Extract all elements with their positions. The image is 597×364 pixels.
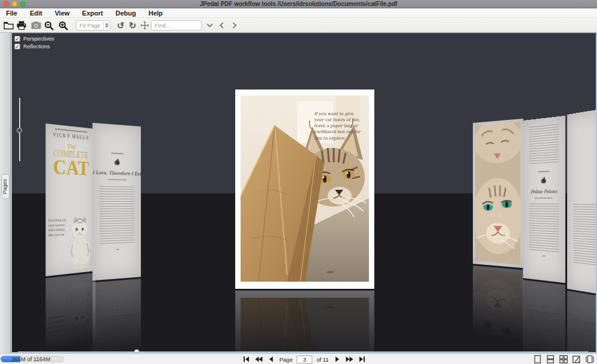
page-number-input[interactable] <box>297 356 312 363</box>
cat-statue-icon <box>540 176 546 184</box>
zoom-out-button[interactable] <box>43 20 55 31</box>
pages-sidebar-tab[interactable]: Pages <box>1 174 10 199</box>
perspectives-checkbox[interactable]: ✓ <box>14 36 20 42</box>
pdf-viewport[interactable]: ✓ Perspectives ✓ Reflections VICKY HALLS… <box>11 33 597 353</box>
zoom-in-button[interactable] <box>57 20 69 31</box>
sidebar-strip: Pages <box>0 33 11 353</box>
continuous-facing-mode-button[interactable] <box>559 355 568 363</box>
vertical-slider-knob[interactable] <box>17 128 22 133</box>
menu-bar: File Edit View Export Debug Help <box>0 8 597 18</box>
view-mode-buttons <box>533 355 594 363</box>
cover-author: VICKY HALLS <box>45 131 96 141</box>
print-button[interactable] <box>16 20 27 31</box>
pan-tool-button[interactable] <box>139 20 150 31</box>
facing-mode-button[interactable] <box>573 355 581 363</box>
menu-debug[interactable]: Debug <box>115 10 136 17</box>
next-page-icon <box>335 356 340 362</box>
chapter-title: Feline Felons <box>523 189 565 195</box>
single-page-mode-button[interactable] <box>533 355 541 363</box>
rotate-clockwise-icon: ↻ <box>129 21 137 30</box>
chevron-left-icon <box>220 22 224 29</box>
snapshot-button[interactable] <box>30 20 42 31</box>
text-page-partial <box>567 109 597 295</box>
rotate-anticlockwise-icon: ↺ <box>117 21 125 30</box>
pageflow-page-6[interactable] <box>567 109 597 295</box>
rotate-left-button[interactable]: ↺ <box>115 20 127 31</box>
menu-edit[interactable]: Edit <box>30 10 42 17</box>
next-page-button[interactable] <box>333 355 341 363</box>
page-label: Page <box>279 356 293 363</box>
next-result-button[interactable] <box>228 20 240 31</box>
printer-icon <box>17 21 26 30</box>
cat-in-paper-bag-photo: If you want to give your cat hours of fu… <box>241 95 369 282</box>
menu-export[interactable]: Export <box>82 10 103 17</box>
previous-result-button[interactable] <box>216 20 227 31</box>
vertical-slider[interactable] <box>19 98 20 161</box>
continuous-facing-icon <box>559 355 568 363</box>
previous-page-icon <box>269 356 273 362</box>
scale-stepper[interactable] <box>103 21 110 30</box>
chevron-right-icon <box>232 22 236 29</box>
chapter-page-right: Feline Felons <box>523 116 565 283</box>
previous-page-button[interactable] <box>267 355 275 363</box>
last-page-icon <box>359 356 365 362</box>
scale-select-value: Fit Page <box>76 22 103 29</box>
back-ten-pages-button[interactable] <box>254 355 263 363</box>
body-text-lines <box>100 186 134 246</box>
memory-usage-text: 365M of 1164M <box>11 356 50 362</box>
horizontal-slider-track[interactable] <box>18 351 589 353</box>
reflections-label: Reflections <box>23 44 50 50</box>
first-page-button[interactable] <box>242 355 250 363</box>
stepper-down-icon <box>105 26 109 28</box>
pageflow-page-5[interactable]: Feline Felons <box>523 116 565 283</box>
pageflow-options: ✓ Perspectives ✓ Reflections <box>14 36 54 50</box>
photo-caption: If you want to give your cat hours of fu… <box>314 111 363 141</box>
page-navigation: Page of 11 <box>242 354 367 364</box>
snapshot-camera-icon <box>31 21 41 29</box>
cat-statue-icon <box>114 158 121 166</box>
body-text-lines <box>529 124 559 166</box>
pageflow-page-4[interactable]: The eyes <box>473 119 524 268</box>
last-page-button[interactable] <box>358 355 367 363</box>
main-area: Pages ✓ Perspectives ✓ Reflections <box>0 33 597 353</box>
menu-view[interactable]: View <box>55 10 70 17</box>
window-title-bar: JPedal PDF workflow tools /Users/idrsolu… <box>0 0 597 8</box>
perspectives-label: Perspectives <box>23 36 54 42</box>
horizontal-slider-knob[interactable] <box>134 349 140 353</box>
menu-file[interactable]: File <box>6 10 17 17</box>
horizontal-slider[interactable] <box>18 349 589 353</box>
stepper-up-icon <box>105 23 109 25</box>
perspectives-option: ✓ Perspectives <box>14 36 54 42</box>
pageflow-page-1[interactable]: VICKY HALLS The COMPLETE CAT Everything … <box>45 124 96 276</box>
open-file-button[interactable] <box>2 20 14 31</box>
back-ten-icon <box>255 356 263 362</box>
chevron-down-icon <box>207 23 213 27</box>
kitten-photo-illustration <box>65 212 94 270</box>
first-page-icon <box>243 356 250 362</box>
page-count-label: of 11 <box>316 356 328 363</box>
page-number-mark <box>116 249 119 250</box>
chapter-heading-line <box>111 153 124 155</box>
book-cover: VICKY HALLS The COMPLETE CAT Everything … <box>45 124 96 276</box>
open-folder-icon <box>4 21 14 30</box>
pageflow-icon <box>586 355 594 363</box>
window-title: JPedal PDF workflow tools /Users/idrsolu… <box>0 1 597 7</box>
find-input[interactable] <box>151 20 202 30</box>
pageflow-page-3-current[interactable]: If you want to give your cat hours of fu… <box>235 90 374 289</box>
pageflow-mode-button[interactable] <box>586 355 594 363</box>
scale-select[interactable]: Fit Page <box>76 20 110 30</box>
chapter-heading-line <box>538 171 549 172</box>
current-page: If you want to give your cat hours of fu… <box>235 90 374 289</box>
toolbar: Fit Page ↺ ↻ <box>0 18 597 33</box>
rotate-right-button[interactable]: ↻ <box>127 20 139 31</box>
forward-ten-icon <box>346 356 353 362</box>
chapter-title: I Love, Therefore I Eat <box>93 169 141 177</box>
menu-help[interactable]: Help <box>149 10 163 17</box>
pageflow-page-2[interactable]: I Love, Therefore I Eat <box>93 123 141 280</box>
forward-ten-pages-button[interactable] <box>346 355 354 363</box>
find-options-button[interactable] <box>204 20 216 31</box>
zoom-out-icon <box>44 21 54 30</box>
continuous-mode-button[interactable] <box>546 355 555 363</box>
page-number-mark <box>542 255 544 257</box>
reflections-checkbox[interactable]: ✓ <box>14 44 20 50</box>
